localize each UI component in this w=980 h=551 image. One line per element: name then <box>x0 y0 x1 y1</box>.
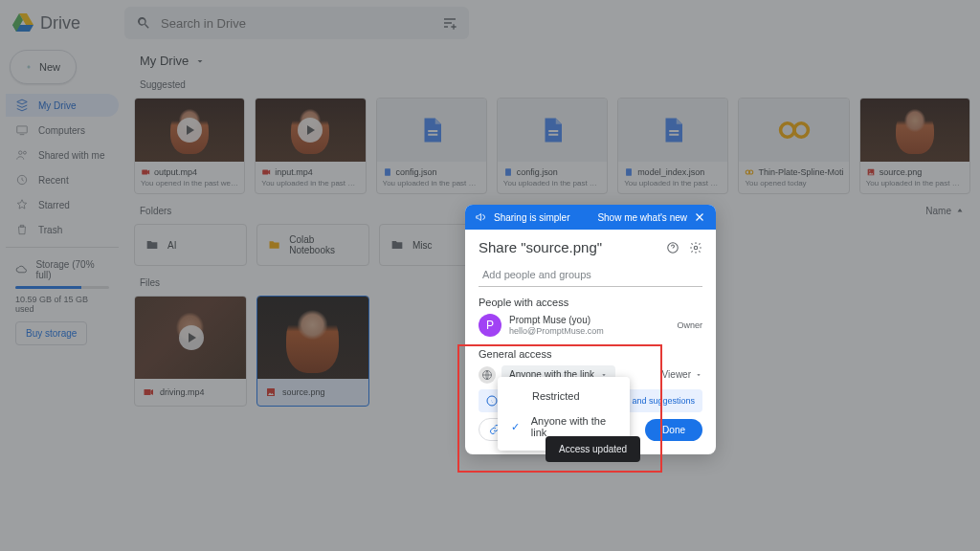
role-dropdown[interactable]: Viewer <box>662 369 702 380</box>
globe-icon <box>479 366 496 384</box>
help-icon[interactable] <box>666 241 679 254</box>
svg-point-18 <box>694 246 698 250</box>
toast: Access updated <box>546 436 640 462</box>
info-icon <box>486 395 498 407</box>
person-role: Owner <box>677 320 702 330</box>
close-icon[interactable] <box>693 210 706 224</box>
menu-item-label: Anyone with the link <box>531 415 616 438</box>
chevron-down-icon <box>695 371 702 379</box>
menu-item-restricted[interactable]: ✓ Restricted <box>498 383 630 408</box>
dialog-title: Share "source.png" <box>479 239 702 255</box>
banner-link[interactable]: Show me what's new <box>597 212 687 223</box>
gear-icon[interactable] <box>689 241 702 254</box>
add-people-input[interactable]: Add people and groups <box>479 263 702 287</box>
avatar: P <box>479 314 501 337</box>
people-header: People with access <box>479 297 702 308</box>
banner-text: Sharing is simpler <box>494 212 569 223</box>
person-name: Prompt Muse (you) <box>509 315 669 326</box>
person-email: hello@PromptMuse.com <box>509 326 669 337</box>
check-icon: ✓ <box>511 421 523 433</box>
menu-item-label: Restricted <box>532 390 580 402</box>
dialog-banner: Sharing is simpler Show me what's new <box>465 205 716 230</box>
general-access-header: General access <box>479 348 702 360</box>
done-button[interactable]: Done <box>645 419 702 441</box>
person-row: P Prompt Muse (you) hello@PromptMuse.com… <box>479 314 702 337</box>
megaphone-icon <box>475 210 488 224</box>
